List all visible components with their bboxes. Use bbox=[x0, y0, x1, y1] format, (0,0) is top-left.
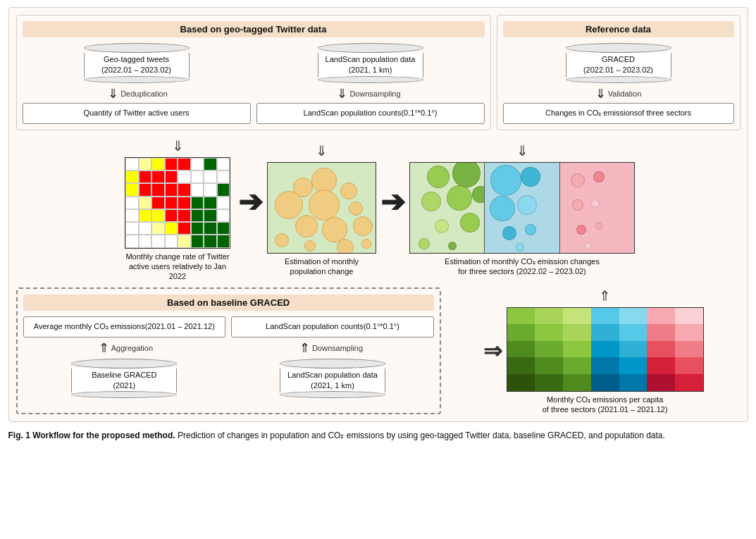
up-arrow-1: ⇑ bbox=[99, 340, 109, 356]
down-arrow-2: ⇓ bbox=[337, 86, 347, 101]
middle-item-3: ⇓ Estimation of monthly CO₂ emission cha… bbox=[409, 142, 635, 277]
bottom-arrow-row: ⇑ Aggregation ⇑ Downsampling bbox=[23, 340, 434, 356]
cyl-mid-4: Baseline GRACED (2021) bbox=[71, 368, 177, 393]
bottom-db-row: Baseline GRACED (2021) LandScan populati… bbox=[23, 359, 434, 399]
cyl-top-2 bbox=[318, 43, 423, 53]
cyl-top-5 bbox=[280, 359, 385, 368]
up-arrow-2: ⇑ bbox=[299, 340, 310, 356]
cyl-mid-5: LandScan population data (2021, 1 km) bbox=[280, 368, 385, 393]
middle-label-3: Estimation of monthly CO₂ emission chang… bbox=[445, 256, 600, 277]
arrow-downsample: ⇓ Downsampling bbox=[254, 86, 485, 101]
bottom-right-visual: ⇑ Monthly CO₂ emissions per capita of th… bbox=[507, 287, 704, 415]
bottom-right-section: ⇒ ⇑ Monthly CO₂ emissions per capita of … bbox=[447, 287, 740, 415]
up-arrow-from-mid: ⇑ bbox=[599, 287, 611, 304]
middle-item-1: ⇓ Monthly change rate of Twitter active … bbox=[121, 137, 234, 282]
top-section: Based on geo-tagged Twitter data Geo-tag… bbox=[16, 15, 740, 130]
bottom-result-landscan: LandScan population counts (0.1°*0.1°) bbox=[231, 316, 434, 337]
figure-caption: Fig. 1 Workflow for the proposed method.… bbox=[8, 429, 748, 442]
db-graced: GRACED (2022.01 – 2023.02) bbox=[566, 43, 671, 83]
result-co2-wrapper: Changes in CO₂ emissions of three sector… bbox=[503, 103, 734, 124]
twitter-header: Based on geo-tagged Twitter data bbox=[23, 21, 485, 37]
baseline-graced-box: Based on baseline GRACED Average monthly… bbox=[16, 287, 441, 415]
down-arrow-mid-2: ⇓ bbox=[316, 142, 328, 159]
cyl-bot-3 bbox=[566, 76, 671, 83]
sub-map-2 bbox=[485, 163, 559, 253]
middle-section: ⇓ Monthly change rate of Twitter active … bbox=[16, 137, 740, 282]
cyl-top-4 bbox=[71, 359, 177, 368]
arrow-validation: ⇓ Validation bbox=[595, 86, 642, 101]
down-arrow-1: ⇓ bbox=[108, 86, 118, 101]
reference-data-box: Reference data GRACED (2022.01 – 2023.02… bbox=[497, 15, 740, 130]
baseline-header: Based on baseline GRACED bbox=[23, 295, 434, 311]
bubble-map bbox=[267, 162, 376, 254]
down-arrow-mid-1: ⇓ bbox=[172, 137, 184, 154]
middle-item-2: ⇓ Estimation of monthly population chang… bbox=[267, 142, 376, 277]
result-landscan-counts: LandScan population counts (0.1°*0.1°) bbox=[256, 103, 485, 124]
down-arrow-mid-3: ⇓ bbox=[516, 142, 528, 159]
arrow-downsampling-bottom: ⇑ Downsampling bbox=[228, 340, 434, 356]
arrow-validation-wrapper: ⇓ Validation bbox=[503, 86, 734, 101]
db-graced-wrapper: GRACED (2022.01 – 2023.02) bbox=[503, 43, 734, 83]
bottom-section: Based on baseline GRACED Average monthly… bbox=[16, 287, 740, 415]
down-arrow-3: ⇓ bbox=[595, 86, 606, 101]
cyl-top-1 bbox=[84, 43, 190, 53]
big-arrow-1: ➔ bbox=[238, 187, 263, 217]
cyl-mid-2: LandScan population data (2021, 1 km) bbox=[318, 53, 423, 78]
bottom-result-row: Average monthly CO₂ emissions (2021.01 –… bbox=[23, 316, 434, 337]
cyl-bot-1 bbox=[84, 76, 190, 83]
color-grid bbox=[507, 307, 704, 392]
cyl-bot-5 bbox=[280, 391, 385, 398]
cyl-bot-2 bbox=[318, 76, 423, 83]
cyl-mid-3: GRACED (2022.01 – 2023.02) bbox=[566, 53, 671, 78]
twitter-data-box: Based on geo-tagged Twitter data Geo-tag… bbox=[16, 15, 491, 130]
bottom-result-co2: Average monthly CO₂ emissions (2021.01 –… bbox=[23, 316, 226, 337]
db-landscan-2021: LandScan population data (2021, 1 km) bbox=[280, 359, 385, 399]
db-landscan: LandScan population data (2021, 1 km) bbox=[318, 43, 423, 83]
sub-map-3 bbox=[560, 163, 634, 253]
middle-label-2: Estimation of monthly population change bbox=[285, 256, 359, 277]
result-row-1: Quantity of Twitter active users LandSca… bbox=[23, 103, 485, 124]
result-twitter-users: Quantity of Twitter active users bbox=[23, 103, 251, 124]
cyl-mid-1: Geo-tagged tweets (2022.01 – 2023.02) bbox=[84, 53, 190, 78]
arrow-dedup: ⇓ Deduplication bbox=[23, 86, 254, 101]
db-row-1: Geo-tagged tweets (2022.01 – 2023.02) La… bbox=[23, 43, 485, 83]
middle-label-1: Monthly change rate of Twitter active us… bbox=[121, 252, 234, 282]
arrow-row-1: ⇓ Deduplication ⇓ Downsampling bbox=[23, 86, 485, 101]
sub-map-1 bbox=[410, 163, 485, 253]
arrow-aggregation: ⇑ Aggregation bbox=[23, 340, 229, 356]
result-co2-emissions: Changes in CO₂ emissions of three sector… bbox=[503, 103, 734, 124]
grid-visual bbox=[125, 157, 230, 249]
bottom-right-label: Monthly CO₂ emissions per capita of thre… bbox=[543, 395, 668, 415]
main-container: Based on geo-tagged Twitter data Geo-tag… bbox=[8, 7, 748, 422]
big-arrow-2: ➔ bbox=[380, 187, 405, 217]
right-arrow-bottom: ⇒ bbox=[483, 337, 502, 364]
reference-header: Reference data bbox=[503, 21, 734, 37]
db-geo-tagged: Geo-tagged tweets (2022.01 – 2023.02) bbox=[84, 43, 190, 83]
cyl-top-3 bbox=[566, 43, 671, 53]
cyl-bot-4 bbox=[71, 391, 177, 398]
db-baseline: Baseline GRACED (2021) bbox=[71, 359, 177, 399]
triple-map bbox=[409, 162, 635, 254]
